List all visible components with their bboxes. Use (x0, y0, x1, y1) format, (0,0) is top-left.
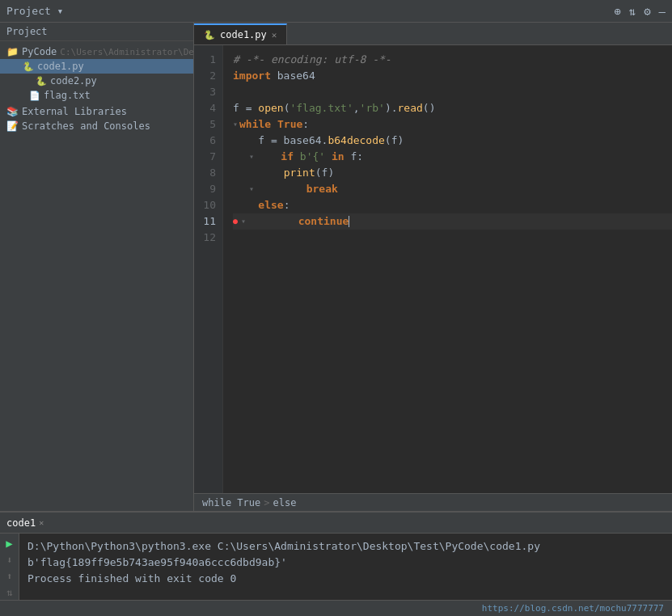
top-bar: Project ▾ ⊕ ⇅ ⚙ — (0, 0, 672, 23)
bottom-panel: code1 ✕ ▶ ⬇ ⬆ ⇅ D:\Python\Python3\python… (0, 511, 672, 616)
split-icon[interactable]: ⇅ (629, 5, 636, 18)
run-stop-icon[interactable]: ⬆ (6, 571, 12, 582)
root-label: PyCode (22, 46, 57, 57)
settings-icon[interactable]: ⚙ (644, 5, 650, 18)
line4-close: () (423, 100, 436, 116)
sidebar-root[interactable]: 📁 PyCode C:\Users\Administrator\Des (0, 44, 193, 59)
line6-b64: b64decode (328, 133, 384, 149)
linenum-3: 3 (194, 84, 222, 100)
breadcrumb-sep1: > (264, 497, 269, 508)
line4-comma: , (353, 100, 360, 116)
project-label: Project (6, 26, 48, 37)
code-line-5: ▾ while True : (233, 116, 672, 133)
code-line-10: else : (233, 197, 672, 213)
csdn-link[interactable]: https://blog.csdn.net/mochu7777777 (482, 603, 664, 614)
run-scroll-icon[interactable]: ⇅ (6, 587, 12, 598)
run-tab-close[interactable]: ✕ (39, 518, 44, 527)
line12-cursor (233, 230, 258, 246)
fold-arrow-11[interactable]: ▾ (241, 213, 246, 230)
sidebar-item-extlib[interactable]: 📚 External Libraries (0, 104, 193, 119)
code-line-6: f = base64. b64decode (f) (233, 133, 672, 149)
tab-bar: 🐍 code1.py ✕ (194, 23, 672, 45)
scratches-label: Scratches and Consoles (22, 120, 150, 132)
sidebar-item-flag[interactable]: 📄 flag.txt (0, 88, 193, 103)
linenum-10: 10 (194, 197, 222, 213)
line8-rest: (f) (315, 165, 334, 181)
code-line-8: print (f) (233, 165, 672, 181)
linenum-2: 2 (194, 68, 222, 84)
text-cursor (349, 216, 349, 227)
run-result: b'flag{189ff9e5b743ae95f940a6ccc6dbd9ab}… (27, 555, 664, 571)
line2-space: base64 (271, 68, 315, 84)
root-path: C:\Users\Administrator\Des (60, 47, 194, 57)
line4-paren1: ( (284, 100, 290, 116)
breadcrumb-else: else (273, 497, 296, 508)
linenum-4: 4 (194, 100, 222, 116)
txt-icon-flag: 📄 (29, 91, 40, 101)
lib-icon: 📚 (6, 106, 19, 117)
line9-break: break (306, 181, 338, 197)
fold-arrow-9[interactable]: ▾ (249, 181, 254, 197)
code-line-11: ● ▾ continue (233, 213, 672, 230)
line4-open: open (258, 100, 283, 116)
line11-indent (247, 213, 298, 230)
minimize-icon[interactable]: — (659, 5, 666, 18)
scratch-icon: 📝 (6, 120, 19, 132)
line10-indent (233, 197, 258, 213)
tab-code1[interactable]: 🐍 code1.py ✕ (194, 23, 287, 44)
linenum-5: 5 (194, 116, 222, 133)
linenum-1: 1 (194, 52, 222, 68)
project-menu[interactable]: Project ▾ (6, 5, 63, 17)
line6-indent: f = base64. (233, 133, 328, 149)
line7-in: in (332, 149, 344, 165)
line7-bstr: b'{' (300, 149, 325, 165)
line7-space (325, 149, 332, 165)
run-output-area: ▶ ⬇ ⬆ ⇅ D:\Python\Python3\python3.exe C:… (0, 534, 672, 600)
code-line-12 (233, 230, 672, 246)
run-play-icon[interactable]: ▶ (6, 537, 12, 550)
tab-py-icon: 🐍 (204, 30, 215, 40)
run-tab-code1[interactable]: code1 ✕ (6, 517, 44, 529)
globe-icon[interactable]: ⊕ (614, 5, 620, 18)
folder-icon: 📁 (6, 46, 19, 57)
sidebar-item-code1[interactable]: 🐍 code1.py (0, 59, 193, 74)
line2-import: import (233, 68, 271, 84)
fold-arrow-5[interactable]: ▾ (233, 116, 238, 133)
ext-lib-label: External Libraries (22, 106, 127, 117)
code-content[interactable]: # -*- encoding: utf-8 -*- import base64 … (223, 45, 672, 493)
file-code2: code2.py (50, 75, 97, 86)
fold-arrow-7[interactable]: ▾ (249, 149, 254, 165)
code-line-3 (233, 84, 672, 100)
main-area: Project 📁 PyCode C:\Users\Administrator\… (0, 23, 672, 511)
code-editor[interactable]: 1 2 3 4 5 6 7 8 9 10 11 12 # -*- encodin… (194, 45, 672, 493)
py-icon-code1: 🐍 (23, 61, 34, 72)
linenum-7: 7 (194, 149, 222, 165)
line7-indent (256, 149, 281, 165)
linenum-12: 12 (194, 230, 222, 246)
line8-print: print (284, 165, 315, 181)
line4-rest: ). (385, 100, 398, 116)
linenum-9: 9 (194, 181, 222, 197)
tab-filename: code1.py (220, 29, 267, 40)
run-bottom-status: https://blog.csdn.net/mochu7777777 (0, 600, 672, 616)
editor-area: 🐍 code1.py ✕ 1 2 3 4 5 6 7 8 9 10 11 12 (194, 23, 672, 511)
file-code1: code1.py (37, 61, 84, 72)
line7-if: if (281, 149, 299, 165)
sidebar-tree: 📁 PyCode C:\Users\Administrator\Des 🐍 co… (0, 41, 193, 137)
code-line-9: ▾ break (233, 181, 672, 197)
line5-while: while (239, 116, 277, 133)
py-icon-code2: 🐍 (36, 76, 47, 86)
line4-read: read (398, 100, 423, 116)
run-status: Process finished with exit code 0 (27, 571, 664, 587)
file-flag: flag.txt (44, 90, 91, 101)
breadcrumb-bar: while True > else (194, 493, 672, 511)
sidebar-item-scratches[interactable]: 📝 Scratches and Consoles (0, 119, 193, 133)
tab-close-icon[interactable]: ✕ (272, 30, 277, 40)
sidebar-item-code2[interactable]: 🐍 code2.py (0, 74, 193, 88)
breadcrumb-while: while True (202, 497, 260, 508)
line-numbers: 1 2 3 4 5 6 7 8 9 10 11 12 (194, 45, 223, 493)
run-step-down-icon[interactable]: ⬇ (6, 555, 12, 566)
run-tab-label: code1 (6, 517, 36, 529)
line1-text: # -*- encoding: utf-8 -*- (233, 52, 391, 68)
run-output: D:\Python\Python3\python3.exe C:\Users\A… (19, 534, 672, 600)
